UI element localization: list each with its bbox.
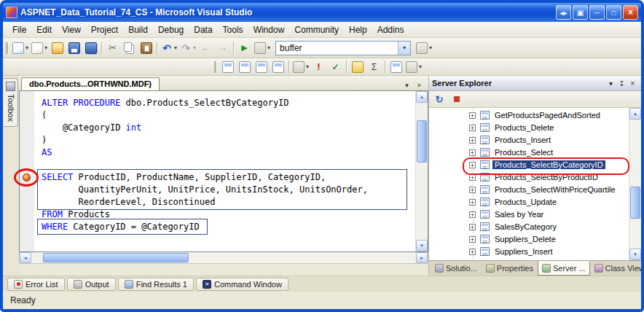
window-menu-button[interactable]: ▣ bbox=[573, 5, 588, 20]
stored-procedures-tree[interactable]: GetProductsPagedAndSorted Products_Delet… bbox=[429, 108, 641, 260]
indicator-margin[interactable] bbox=[20, 91, 34, 251]
add-group-by-button[interactable] bbox=[366, 59, 382, 75]
expand-icon[interactable] bbox=[469, 162, 476, 168]
menu-project[interactable]: Project bbox=[86, 23, 123, 36]
scroll-track[interactable] bbox=[629, 120, 641, 249]
tree-vertical-scrollbar[interactable] bbox=[629, 108, 641, 260]
add-new-item-button[interactable] bbox=[30, 40, 49, 56]
tree-item[interactable]: Products_SelectByProductID bbox=[429, 171, 641, 184]
add-derived-table-button[interactable] bbox=[388, 59, 404, 75]
close-button[interactable]: × bbox=[623, 5, 638, 20]
show-criteria-pane-button[interactable] bbox=[236, 59, 253, 75]
copy-button[interactable] bbox=[121, 40, 138, 56]
menu-build[interactable]: Build bbox=[123, 23, 153, 36]
menu-data[interactable]: Data bbox=[189, 23, 217, 36]
undo-button[interactable] bbox=[160, 40, 178, 56]
row-filter-button[interactable] bbox=[404, 59, 423, 75]
sql-code[interactable]: ALTER PROCEDURE dbo.Products_SelectByCat… bbox=[34, 91, 415, 251]
save-button[interactable] bbox=[66, 40, 82, 56]
scroll-track[interactable] bbox=[31, 252, 416, 263]
tree-item[interactable]: Products_SelectWithPriceQuartile bbox=[429, 184, 641, 196]
tree-item[interactable]: Products_SelectByCategoryID bbox=[429, 159, 641, 171]
active-files-dropdown-button[interactable]: ▾ bbox=[401, 79, 412, 90]
redo-button[interactable] bbox=[178, 40, 197, 56]
window-position-button[interactable]: ▾ bbox=[605, 78, 616, 89]
open-file-button[interactable] bbox=[49, 40, 66, 56]
solution-configurations-button[interactable] bbox=[253, 40, 272, 56]
titlebar[interactable]: ASPNET_Data_Tutorial_74_CS - Microsoft V… bbox=[3, 3, 641, 22]
menu-debug[interactable]: Debug bbox=[153, 23, 189, 36]
window-switch-button[interactable]: ◂▸ bbox=[556, 5, 571, 20]
expand-icon[interactable] bbox=[469, 236, 476, 243]
tree-item[interactable]: Sales by Year bbox=[429, 208, 641, 221]
scroll-thumb[interactable] bbox=[43, 253, 189, 262]
start-debug-button[interactable] bbox=[236, 40, 253, 56]
tree-item[interactable]: GetProductsPagedAndSorted bbox=[429, 109, 641, 122]
refresh-button[interactable] bbox=[431, 92, 447, 106]
minimize-button[interactable]: ─ bbox=[589, 5, 605, 20]
combo-dropdown-icon[interactable] bbox=[398, 42, 410, 55]
tree-item[interactable]: Products_Insert bbox=[429, 134, 641, 147]
expand-icon[interactable] bbox=[469, 249, 476, 255]
auto-hide-pin-button[interactable]: ↧ bbox=[616, 78, 627, 89]
tab-command-window[interactable]: Command Window bbox=[196, 278, 288, 291]
tree-item[interactable]: Products_Delete bbox=[429, 122, 641, 134]
menu-tools[interactable]: Tools bbox=[218, 23, 248, 36]
expand-icon[interactable] bbox=[469, 199, 476, 206]
scroll-right-icon[interactable] bbox=[416, 252, 428, 263]
navigate-backward-button[interactable] bbox=[197, 40, 214, 56]
scroll-thumb[interactable] bbox=[417, 120, 427, 163]
tree-item[interactable]: SalesByCategory bbox=[429, 221, 641, 233]
find-combobox[interactable]: buffer bbox=[275, 41, 411, 55]
menu-community[interactable]: Community bbox=[289, 23, 344, 36]
editor-vertical-scrollbar[interactable] bbox=[415, 91, 428, 251]
show-diagram-pane-button[interactable] bbox=[219, 59, 236, 75]
tree-item[interactable]: Suppliers_Insert bbox=[429, 246, 641, 258]
tab-solution-explorer[interactable]: Solutio... bbox=[431, 261, 482, 276]
tree-item[interactable]: Suppliers_Delete bbox=[429, 233, 641, 246]
panel-header[interactable]: Server Explorer ▾↧× bbox=[429, 76, 641, 91]
scroll-down-icon[interactable] bbox=[416, 240, 428, 251]
tab-find-results[interactable]: Find Results 1 bbox=[118, 278, 194, 291]
verify-sql-syntax-button[interactable] bbox=[327, 59, 344, 75]
expand-icon[interactable] bbox=[469, 112, 476, 119]
tree-item[interactable]: Products_Select bbox=[429, 147, 641, 159]
stop-refresh-button[interactable] bbox=[449, 92, 465, 106]
menu-file[interactable]: File bbox=[7, 23, 31, 36]
toolbox-tab[interactable]: Toolbox bbox=[4, 78, 18, 127]
expand-icon[interactable] bbox=[469, 187, 476, 193]
menu-edit[interactable]: Edit bbox=[31, 23, 57, 36]
expand-icon[interactable] bbox=[469, 224, 476, 230]
tab-server-explorer[interactable]: Server ... bbox=[538, 261, 590, 276]
scroll-left-icon[interactable] bbox=[20, 252, 31, 263]
tab-class-view[interactable]: Class View bbox=[590, 261, 644, 276]
change-query-type-button[interactable] bbox=[291, 59, 310, 75]
show-sql-pane-button[interactable] bbox=[253, 59, 270, 75]
expand-icon[interactable] bbox=[469, 211, 476, 218]
save-all-button[interactable] bbox=[82, 40, 99, 56]
expand-icon[interactable] bbox=[469, 137, 476, 144]
expand-icon[interactable] bbox=[469, 174, 476, 181]
tree-item[interactable]: Products_Update bbox=[429, 196, 641, 208]
menu-view[interactable]: View bbox=[57, 23, 86, 36]
menu-addins[interactable]: Addins bbox=[372, 23, 409, 36]
scroll-up-icon[interactable] bbox=[416, 91, 428, 103]
scroll-track[interactable] bbox=[416, 103, 428, 240]
tab-output[interactable]: Output bbox=[67, 278, 116, 291]
scroll-up-icon[interactable] bbox=[629, 108, 641, 120]
menu-window[interactable]: Window bbox=[248, 23, 290, 36]
navigate-forward-button[interactable] bbox=[214, 40, 231, 56]
close-document-button[interactable]: × bbox=[414, 79, 425, 90]
cut-button[interactable] bbox=[104, 40, 121, 56]
add-table-button[interactable] bbox=[349, 59, 366, 75]
paste-button[interactable] bbox=[138, 40, 154, 56]
menu-help[interactable]: Help bbox=[344, 23, 372, 36]
scroll-thumb[interactable] bbox=[630, 187, 640, 219]
close-panel-button[interactable]: × bbox=[627, 78, 638, 89]
scroll-down-icon[interactable] bbox=[629, 249, 641, 260]
show-results-pane-button[interactable] bbox=[270, 59, 286, 75]
editor-horizontal-scrollbar[interactable] bbox=[19, 252, 428, 264]
document-tab[interactable]: dbo.Products...ORTHWND.MDF) bbox=[21, 77, 160, 90]
tab-error-list[interactable]: Error List bbox=[7, 278, 65, 291]
toolbar-grip[interactable] bbox=[6, 42, 8, 54]
